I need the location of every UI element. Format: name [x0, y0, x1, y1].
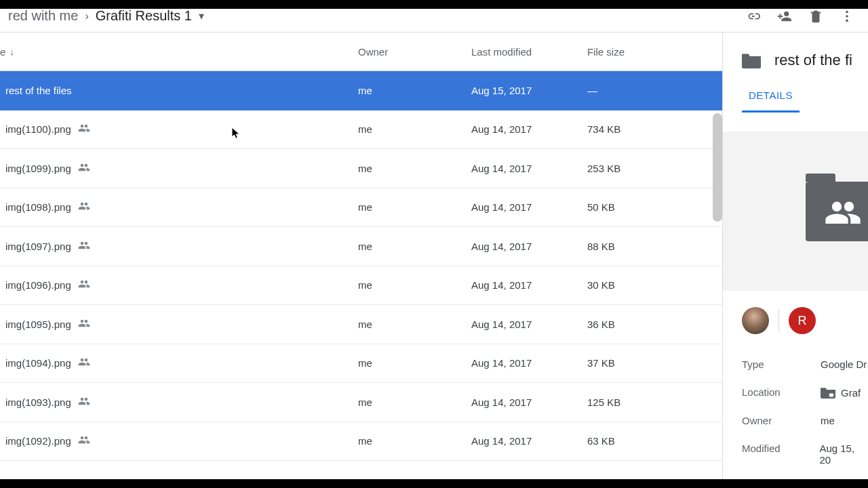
shared-icon	[78, 317, 90, 331]
table-row[interactable]: img(1099).pngmeAug 14, 2017253 KB	[0, 149, 722, 188]
cell-modified: Aug 14, 2017	[471, 241, 587, 252]
table-row[interactable]: img(1096).pngmeAug 14, 201730 KB	[0, 266, 722, 306]
file-name: img(1097).png	[5, 241, 71, 252]
cell-size: 88 KB	[587, 241, 722, 252]
breadcrumb-prev[interactable]: red with me	[8, 8, 78, 24]
sharing-avatars: R	[723, 291, 868, 344]
meta-label: Location	[742, 386, 821, 399]
cell-owner: me	[358, 85, 471, 96]
cell-modified: Aug 14, 2017	[471, 319, 587, 330]
cell-owner: me	[358, 319, 471, 330]
cell-size: —	[587, 85, 722, 96]
cursor-icon	[231, 127, 241, 140]
cell-name: img(1095).png	[0, 317, 358, 331]
cell-owner: me	[358, 279, 471, 291]
letterbox-top	[0, 0, 868, 9]
file-name: img(1099).png	[5, 163, 71, 174]
cell-name: rest of the files	[0, 85, 358, 96]
cell-modified: Aug 14, 2017	[471, 435, 587, 447]
meta-owner: Owner me	[742, 407, 868, 434]
details-tabs: DETAILS	[723, 89, 868, 113]
svg-point-1	[846, 15, 848, 18]
cell-name: img(1100).png	[0, 122, 358, 136]
scrollbar[interactable]	[713, 113, 722, 222]
shared-icon	[78, 356, 90, 370]
trash-icon[interactable]	[808, 9, 823, 24]
file-name: img(1095).png	[5, 319, 71, 330]
more-icon[interactable]	[840, 9, 854, 24]
details-preview	[723, 131, 868, 291]
table-row[interactable]: img(1100).pngmeAug 14, 2017734 KB	[0, 110, 722, 150]
tab-details[interactable]: DETAILS	[742, 89, 800, 113]
file-name: img(1096).png	[5, 279, 71, 291]
meta-value[interactable]: Graf	[821, 386, 861, 399]
header-actions	[746, 9, 860, 24]
shared-folder-chip-icon	[821, 386, 835, 399]
cell-name: img(1093).png	[0, 395, 358, 409]
cell-size: 253 KB	[587, 163, 722, 174]
cell-size: 63 KB	[587, 435, 722, 447]
cell-modified: Aug 14, 2017	[471, 396, 587, 408]
letterbox-bottom	[0, 479, 868, 488]
cell-modified: Aug 14, 2017	[471, 279, 587, 291]
svg-point-0	[846, 10, 848, 13]
cell-owner: me	[358, 241, 471, 252]
table-row[interactable]: rest of the filesmeAug 15, 2017—	[0, 71, 722, 110]
cell-size: 734 KB	[587, 123, 722, 135]
file-list: rest of the filesmeAug 15, 2017—img(1100…	[0, 71, 722, 461]
table-row[interactable]: img(1092).pngmeAug 14, 201763 KB	[0, 422, 722, 462]
file-name: img(1092).png	[5, 435, 71, 447]
meta-value: Google Dr	[821, 359, 867, 370]
cell-owner: me	[358, 163, 471, 174]
column-headers: e ↓ Owner Last modified File size	[0, 33, 722, 71]
meta-label: Type	[742, 359, 821, 370]
cell-owner: me	[358, 396, 471, 408]
cell-name: img(1094).png	[0, 356, 358, 370]
cell-owner: me	[358, 123, 471, 135]
column-modified[interactable]: Last modified	[471, 46, 587, 58]
file-name: img(1098).png	[5, 201, 71, 213]
location-name: Graf	[841, 387, 861, 399]
cell-owner: me	[358, 357, 471, 369]
column-name[interactable]: e ↓	[0, 46, 358, 58]
column-owner[interactable]: Owner	[358, 46, 471, 58]
avatar[interactable]	[742, 307, 769, 334]
link-icon[interactable]	[746, 9, 761, 24]
meta-location: Location Graf	[742, 378, 868, 407]
shared-icon	[78, 161, 90, 176]
cell-size: 36 KB	[587, 319, 722, 330]
cell-name: img(1092).png	[0, 434, 358, 448]
shared-icon	[78, 239, 90, 253]
cell-owner: me	[358, 435, 471, 447]
file-name: img(1100).png	[5, 123, 71, 135]
table-row[interactable]: img(1095).pngmeAug 14, 201736 KB	[0, 305, 722, 344]
breadcrumb-current[interactable]: Grafiti Results 1	[96, 8, 192, 24]
breadcrumb: red with me › Grafiti Results 1 ▾	[8, 8, 204, 24]
cell-size: 37 KB	[587, 357, 722, 369]
table-row[interactable]: img(1097).pngmeAug 14, 201788 KB	[0, 227, 722, 266]
details-title-row: rest of the fi	[723, 52, 868, 69]
shared-icon	[78, 278, 90, 292]
chevron-right-icon: ›	[85, 10, 88, 22]
cell-modified: Aug 14, 2017	[471, 163, 587, 174]
table-row[interactable]: img(1094).pngmeAug 14, 201737 KB	[0, 344, 722, 384]
shared-icon	[78, 395, 90, 409]
table-row[interactable]: img(1098).pngmeAug 14, 201750 KB	[0, 188, 722, 228]
shared-icon	[78, 434, 90, 448]
avatar[interactable]: R	[789, 307, 816, 334]
column-size[interactable]: File size	[587, 46, 722, 58]
chevron-down-icon[interactable]: ▾	[199, 9, 204, 22]
cell-size: 30 KB	[587, 279, 722, 291]
shared-folder-icon	[806, 182, 868, 241]
meta-value: Aug 15, 20	[819, 443, 868, 466]
cell-modified: Aug 14, 2017	[471, 357, 587, 369]
shared-icon	[78, 200, 90, 214]
add-person-icon[interactable]	[777, 9, 792, 24]
meta-label: Modified	[742, 443, 819, 466]
table-row[interactable]: img(1093).pngmeAug 14, 2017125 KB	[0, 383, 722, 422]
sort-down-icon: ↓	[9, 47, 14, 57]
meta-label: Owner	[742, 415, 821, 426]
meta-modified: Modified Aug 15, 20	[742, 434, 868, 474]
folder-icon	[742, 52, 761, 68]
file-name: img(1094).png	[5, 357, 71, 369]
